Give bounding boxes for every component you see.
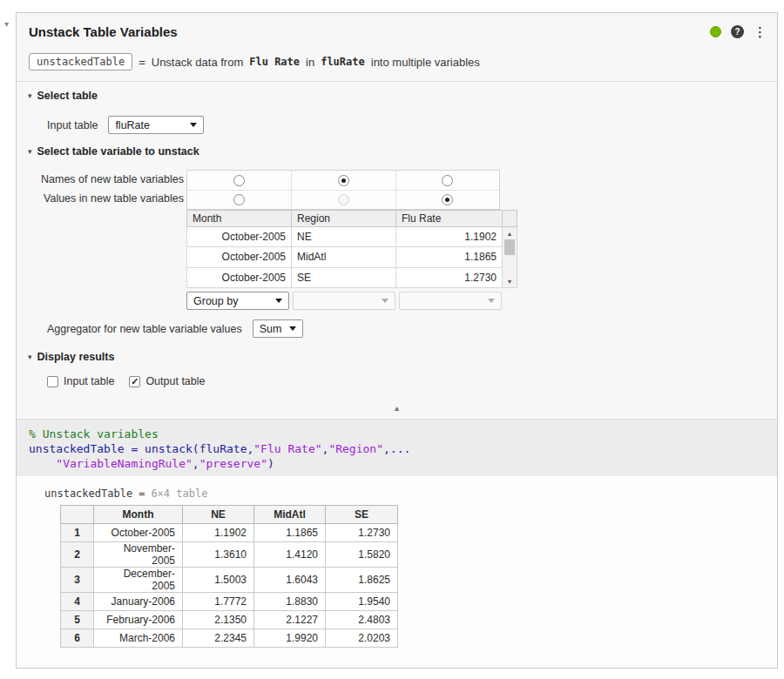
column-header: MidAtl	[254, 506, 326, 524]
summary-variable-flurate: fluRate	[321, 56, 365, 68]
column-header: Month	[187, 211, 292, 227]
scrollbar-thumb[interactable]	[504, 239, 515, 255]
section-select-table[interactable]: ▾ Select table	[28, 90, 98, 102]
output-cell: March-2006	[94, 629, 183, 648]
section-select-variable[interactable]: ▾ Select table variable to unstack	[28, 145, 199, 158]
section-display-results[interactable]: ▾ Display results	[28, 351, 114, 363]
table-row: 3 December-2005 1.5003 1.6043 1.8625	[61, 568, 398, 593]
task-collapse-icon[interactable]: ▾	[4, 19, 9, 29]
radio-values-flurate[interactable]	[395, 191, 499, 209]
task-title: Unstack Table Variables	[29, 24, 178, 39]
vertical-scrollbar[interactable]: ▲ ▼	[503, 227, 517, 288]
code-string: "Region"	[328, 442, 383, 455]
code-line: % Unstack variables	[29, 427, 765, 441]
output-cell: 1.1865	[254, 524, 326, 542]
output-equals: =	[139, 487, 145, 500]
preview-cell: October-2005	[187, 267, 292, 287]
scrollbar-track[interactable]	[503, 255, 517, 275]
radio-selected-icon[interactable]	[338, 175, 349, 186]
output-cell: December-2005	[94, 568, 183, 593]
table-row: 1 October-2005 1.1902 1.1865 1.2730	[61, 524, 398, 542]
table-row: October-2005 SE 1.2730	[187, 267, 517, 287]
code-text: )	[267, 457, 274, 470]
row-number-cell: 6	[61, 629, 94, 648]
radio-names-month[interactable]	[187, 171, 291, 190]
radio-icon[interactable]	[233, 194, 245, 205]
input-table-checkbox[interactable]	[47, 376, 58, 387]
chevron-down-icon: ▾	[28, 91, 32, 100]
output-cell: 1.9920	[254, 629, 326, 648]
menu-icon[interactable]: ⋮	[754, 25, 767, 38]
output-cell: 2.1227	[254, 611, 326, 629]
preview-cell: October-2005	[187, 227, 292, 247]
code-collapse-button[interactable]: ▴	[17, 403, 777, 417]
row-number-cell: 2	[61, 542, 94, 568]
output-cell: 1.8625	[326, 568, 398, 593]
output-cell: January-2006	[94, 593, 183, 611]
generated-code-block[interactable]: % Unstack variables unstackedTable = uns…	[17, 419, 777, 476]
aggregator-dropdown[interactable]: Sum	[253, 319, 303, 338]
summary-text-3: into multiple variables	[371, 56, 480, 69]
table-header-row: Month NE MidAtl SE	[61, 506, 398, 524]
summary-variable-flurate-col: Flu Rate	[249, 56, 300, 68]
help-icon[interactable]: ?	[731, 25, 744, 38]
table-row: 4 January-2006 1.7772 1.8830 1.9540	[61, 593, 398, 611]
code-indent	[29, 457, 56, 470]
code-text: ,	[383, 442, 390, 455]
preview-cell: 1.1902	[396, 227, 503, 247]
chevron-down-icon: ▾	[28, 353, 32, 361]
code-string: "preserve"	[199, 457, 267, 470]
task-summary: unstackedTable = Unstack data from Flu R…	[29, 51, 480, 72]
table-row: 2 November-2005 1.3610 1.4120 1.5820	[61, 542, 398, 568]
preview-cell: MidAtl	[292, 247, 396, 267]
preview-cell: 1.1865	[396, 247, 503, 267]
corner-header-cell	[61, 506, 94, 524]
radio-values-month[interactable]	[187, 191, 291, 209]
display-checkboxes: Input table ✓ Output table	[47, 375, 206, 387]
chevron-down-icon	[289, 326, 296, 331]
divider	[17, 81, 777, 82]
row-number-cell: 4	[61, 593, 94, 611]
code-comment: % Unstack variables	[29, 427, 159, 440]
collapse-up-icon: ▴	[395, 403, 399, 413]
output-area: unstackedTable = 6×4 table Month NE MidA…	[17, 476, 777, 668]
header-icons: ? ⋮	[710, 25, 767, 38]
scroll-up-icon[interactable]: ▲	[503, 227, 517, 239]
radio-selected-icon[interactable]	[442, 194, 453, 205]
output-cell: 1.4120	[254, 542, 326, 568]
live-task-panel: Unstack Table Variables ? ⋮ unstackedTab…	[16, 12, 778, 669]
code-text: unstackedTable = unstack(fluRate,	[29, 442, 253, 455]
output-size-label: 6×4 table	[151, 487, 207, 500]
group-by-dropdown[interactable]: Group by	[186, 292, 289, 310]
output-cell: 1.9540	[326, 593, 398, 611]
output-cell: 1.3610	[183, 542, 254, 568]
output-cell: 2.1350	[183, 611, 254, 629]
radio-values-region-disabled	[291, 191, 395, 209]
column-header: SE	[326, 506, 398, 524]
input-table-dropdown[interactable]: fluRate	[108, 116, 204, 134]
output-cell: 1.8830	[254, 593, 326, 611]
output-table-checkbox[interactable]: ✓	[129, 376, 140, 387]
scroll-down-icon[interactable]: ▼	[503, 275, 517, 287]
table-row: October-2005 MidAtl 1.1865	[187, 247, 517, 267]
preview-table: Month Region Flu Rate October-2005 NE 1.…	[186, 210, 517, 288]
radio-names-region[interactable]	[291, 171, 395, 190]
table-row: October-2005 NE 1.1902 ▲ ▼	[187, 227, 517, 247]
radio-icon[interactable]	[233, 175, 245, 186]
column-header: Month	[94, 506, 183, 524]
radio-names-flurate[interactable]	[395, 171, 499, 190]
summary-text-1: Unstack data from	[152, 56, 244, 69]
input-table-label: Input table	[47, 119, 98, 131]
output-var-name: unstackedTable	[44, 487, 132, 500]
output-cell: 1.6043	[254, 568, 326, 593]
dropdown-value: Sum	[260, 323, 282, 335]
table-row: 5 February-2006 2.1350 2.1227 2.4803	[61, 611, 398, 629]
output-table: Month NE MidAtl SE 1 October-2005 1.1902…	[60, 505, 398, 648]
chevron-down-icon: ▾	[28, 147, 32, 156]
radio-icon[interactable]	[442, 175, 453, 186]
code-continuation: ...	[390, 442, 410, 455]
aggregator-label: Aggregator for new table variable values	[47, 323, 242, 335]
output-variable-box[interactable]: unstackedTable	[29, 53, 132, 71]
values-row-label: Values in new table variables	[31, 192, 184, 205]
variable-role-grid	[186, 170, 500, 210]
